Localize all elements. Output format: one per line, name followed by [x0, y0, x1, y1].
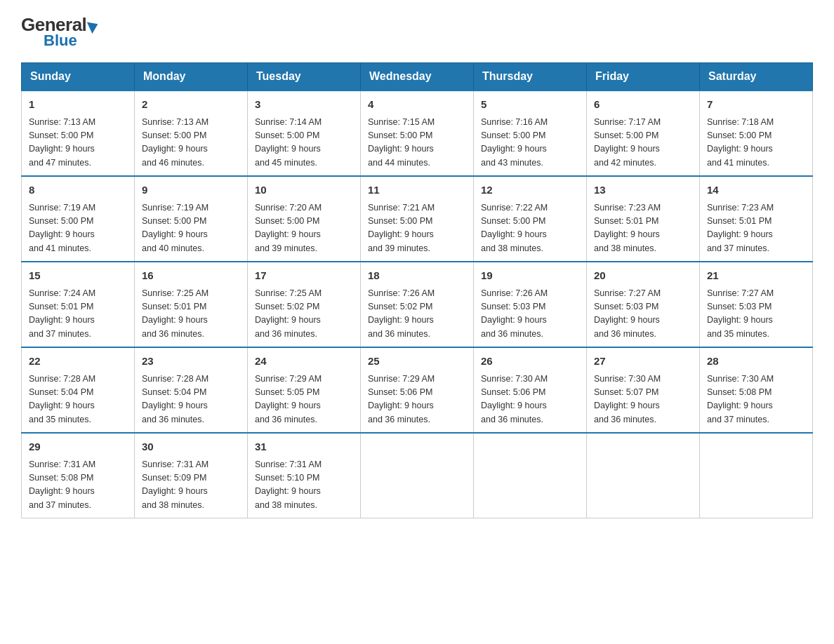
day-number: 10 — [255, 182, 353, 199]
calendar-cell — [700, 433, 813, 518]
calendar-header-sunday: Sunday — [22, 63, 135, 91]
week-row-2: 8 Sunrise: 7:19 AM Sunset: 5:00 PM Dayli… — [22, 176, 813, 262]
day-number: 11 — [368, 182, 466, 199]
day-info: Sunrise: 7:27 AM Sunset: 5:03 PM Dayligh… — [707, 287, 805, 342]
calendar-cell: 24 Sunrise: 7:29 AM Sunset: 5:05 PM Dayl… — [248, 347, 361, 433]
calendar-cell: 4 Sunrise: 7:15 AM Sunset: 5:00 PM Dayli… — [361, 90, 474, 176]
calendar-cell — [361, 433, 474, 518]
day-info: Sunrise: 7:15 AM Sunset: 5:00 PM Dayligh… — [368, 116, 466, 170]
calendar-header-saturday: Saturday — [700, 63, 813, 91]
calendar-cell: 18 Sunrise: 7:26 AM Sunset: 5:02 PM Dayl… — [361, 262, 474, 347]
calendar-cell: 13 Sunrise: 7:23 AM Sunset: 5:01 PM Dayl… — [587, 176, 700, 262]
day-info: Sunrise: 7:16 AM Sunset: 5:00 PM Dayligh… — [481, 116, 579, 170]
calendar-cell: 28 Sunrise: 7:30 AM Sunset: 5:08 PM Dayl… — [700, 347, 813, 433]
day-info: Sunrise: 7:17 AM Sunset: 5:00 PM Dayligh… — [594, 116, 692, 170]
calendar-cell: 16 Sunrise: 7:25 AM Sunset: 5:01 PM Dayl… — [135, 262, 248, 347]
day-number: 31 — [255, 439, 353, 455]
day-info: Sunrise: 7:30 AM Sunset: 5:06 PM Dayligh… — [481, 373, 579, 427]
calendar-cell: 12 Sunrise: 7:22 AM Sunset: 5:00 PM Dayl… — [474, 176, 587, 262]
calendar-header-thursday: Thursday — [474, 63, 587, 91]
day-info: Sunrise: 7:19 AM Sunset: 5:00 PM Dayligh… — [142, 201, 240, 256]
calendar-header-row: SundayMondayTuesdayWednesdayThursdayFrid… — [22, 63, 813, 91]
calendar-cell — [587, 433, 700, 518]
calendar-cell: 31 Sunrise: 7:31 AM Sunset: 5:10 PM Dayl… — [248, 433, 361, 518]
day-info: Sunrise: 7:31 AM Sunset: 5:08 PM Dayligh… — [29, 458, 127, 513]
calendar-header-monday: Monday — [135, 63, 248, 91]
day-number: 2 — [142, 97, 240, 113]
day-info: Sunrise: 7:26 AM Sunset: 5:03 PM Dayligh… — [481, 287, 579, 342]
calendar-cell: 10 Sunrise: 7:20 AM Sunset: 5:00 PM Dayl… — [248, 176, 361, 262]
day-number: 28 — [707, 354, 805, 370]
calendar-cell: 30 Sunrise: 7:31 AM Sunset: 5:09 PM Dayl… — [135, 433, 248, 518]
day-info: Sunrise: 7:28 AM Sunset: 5:04 PM Dayligh… — [29, 373, 127, 427]
calendar-header-wednesday: Wednesday — [361, 63, 474, 91]
day-number: 5 — [481, 97, 579, 113]
calendar-cell: 20 Sunrise: 7:27 AM Sunset: 5:03 PM Dayl… — [587, 262, 700, 347]
day-info: Sunrise: 7:23 AM Sunset: 5:01 PM Dayligh… — [707, 201, 805, 256]
day-info: Sunrise: 7:28 AM Sunset: 5:04 PM Dayligh… — [142, 373, 240, 427]
day-number: 29 — [29, 439, 127, 455]
day-info: Sunrise: 7:30 AM Sunset: 5:08 PM Dayligh… — [707, 373, 805, 427]
day-number: 27 — [594, 354, 692, 370]
day-info: Sunrise: 7:25 AM Sunset: 5:01 PM Dayligh… — [142, 287, 240, 342]
day-info: Sunrise: 7:23 AM Sunset: 5:01 PM Dayligh… — [594, 201, 692, 256]
calendar-cell: 5 Sunrise: 7:16 AM Sunset: 5:00 PM Dayli… — [474, 90, 587, 176]
calendar-cell: 23 Sunrise: 7:28 AM Sunset: 5:04 PM Dayl… — [135, 347, 248, 433]
calendar-cell: 19 Sunrise: 7:26 AM Sunset: 5:03 PM Dayl… — [474, 262, 587, 347]
day-number: 20 — [594, 268, 692, 284]
calendar-cell: 7 Sunrise: 7:18 AM Sunset: 5:00 PM Dayli… — [700, 90, 813, 176]
page-header: General Blue — [21, 14, 813, 50]
calendar-cell: 3 Sunrise: 7:14 AM Sunset: 5:00 PM Dayli… — [248, 90, 361, 176]
calendar-cell: 26 Sunrise: 7:30 AM Sunset: 5:06 PM Dayl… — [474, 347, 587, 433]
day-info: Sunrise: 7:13 AM Sunset: 5:00 PM Dayligh… — [142, 116, 240, 170]
calendar-header-tuesday: Tuesday — [248, 63, 361, 91]
day-info: Sunrise: 7:24 AM Sunset: 5:01 PM Dayligh… — [29, 287, 127, 342]
day-number: 26 — [481, 354, 579, 370]
day-info: Sunrise: 7:20 AM Sunset: 5:00 PM Dayligh… — [255, 201, 353, 256]
calendar-table: SundayMondayTuesdayWednesdayThursdayFrid… — [21, 62, 813, 518]
day-number: 7 — [707, 97, 805, 113]
day-number: 3 — [255, 97, 353, 113]
day-number: 12 — [481, 182, 579, 199]
day-number: 15 — [29, 268, 127, 284]
week-row-5: 29 Sunrise: 7:31 AM Sunset: 5:08 PM Dayl… — [22, 433, 813, 518]
day-number: 25 — [368, 354, 466, 370]
logo: General Blue — [21, 14, 98, 50]
calendar-header-friday: Friday — [587, 63, 700, 91]
day-number: 9 — [142, 182, 240, 199]
day-number: 24 — [255, 354, 353, 370]
calendar-cell: 9 Sunrise: 7:19 AM Sunset: 5:00 PM Dayli… — [135, 176, 248, 262]
calendar-cell: 29 Sunrise: 7:31 AM Sunset: 5:08 PM Dayl… — [22, 433, 135, 518]
calendar-cell: 11 Sunrise: 7:21 AM Sunset: 5:00 PM Dayl… — [361, 176, 474, 262]
day-number: 17 — [255, 268, 353, 284]
day-info: Sunrise: 7:29 AM Sunset: 5:05 PM Dayligh… — [255, 373, 353, 427]
day-info: Sunrise: 7:25 AM Sunset: 5:02 PM Dayligh… — [255, 287, 353, 342]
day-info: Sunrise: 7:26 AM Sunset: 5:02 PM Dayligh… — [368, 287, 466, 342]
week-row-1: 1 Sunrise: 7:13 AM Sunset: 5:00 PM Dayli… — [22, 90, 813, 176]
calendar-cell: 1 Sunrise: 7:13 AM Sunset: 5:00 PM Dayli… — [22, 90, 135, 176]
day-number: 4 — [368, 97, 466, 113]
logo-blue-text: Blue — [44, 32, 77, 50]
day-number: 19 — [481, 268, 579, 284]
calendar-cell: 22 Sunrise: 7:28 AM Sunset: 5:04 PM Dayl… — [22, 347, 135, 433]
day-number: 22 — [29, 354, 127, 370]
calendar-cell: 17 Sunrise: 7:25 AM Sunset: 5:02 PM Dayl… — [248, 262, 361, 347]
day-number: 30 — [142, 439, 240, 455]
day-number: 8 — [29, 182, 127, 199]
day-number: 6 — [594, 97, 692, 113]
calendar-cell — [474, 433, 587, 518]
day-number: 16 — [142, 268, 240, 284]
day-number: 23 — [142, 354, 240, 370]
calendar-cell: 27 Sunrise: 7:30 AM Sunset: 5:07 PM Dayl… — [587, 347, 700, 433]
day-info: Sunrise: 7:30 AM Sunset: 5:07 PM Dayligh… — [594, 373, 692, 427]
calendar-cell: 15 Sunrise: 7:24 AM Sunset: 5:01 PM Dayl… — [22, 262, 135, 347]
day-info: Sunrise: 7:14 AM Sunset: 5:00 PM Dayligh… — [255, 116, 353, 170]
calendar-cell: 21 Sunrise: 7:27 AM Sunset: 5:03 PM Dayl… — [700, 262, 813, 347]
week-row-3: 15 Sunrise: 7:24 AM Sunset: 5:01 PM Dayl… — [22, 262, 813, 347]
calendar-cell: 8 Sunrise: 7:19 AM Sunset: 5:00 PM Dayli… — [22, 176, 135, 262]
logo-arrow-icon — [87, 18, 100, 34]
calendar-cell: 25 Sunrise: 7:29 AM Sunset: 5:06 PM Dayl… — [361, 347, 474, 433]
day-number: 14 — [707, 182, 805, 199]
day-info: Sunrise: 7:18 AM Sunset: 5:00 PM Dayligh… — [707, 116, 805, 170]
day-number: 21 — [707, 268, 805, 284]
